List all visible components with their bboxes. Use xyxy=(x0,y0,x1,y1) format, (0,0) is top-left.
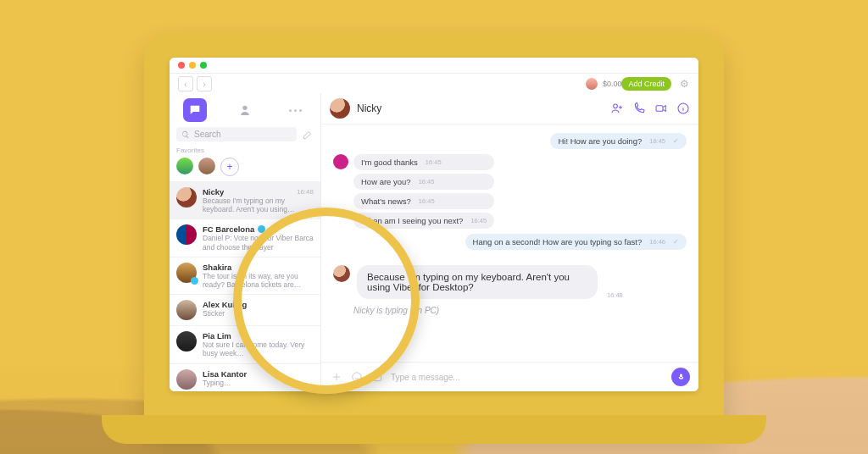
smiley-icon xyxy=(351,371,363,383)
search-icon xyxy=(181,130,190,139)
message-preview: Sticker xyxy=(203,309,314,318)
app-window: ‹ › $0.00 Add Credit ⚙ xyxy=(170,58,698,391)
outgoing-message: Hi! How are you doing? 16:45 ✓ xyxy=(550,133,687,149)
chat-list-item[interactable]: Lisa Kantor Typing… xyxy=(170,363,320,392)
voice-call-icon[interactable] xyxy=(632,102,646,115)
message-preview: The tour is on its way, are you ready? B… xyxy=(203,272,314,289)
avatar xyxy=(176,263,197,283)
svg-point-3 xyxy=(353,373,362,382)
favorites-row: + xyxy=(170,158,320,181)
conversation-pane: Nicky Hi! How are you doing? 16 xyxy=(321,93,698,391)
conversation-header: Nicky xyxy=(321,93,698,125)
window-titlebar xyxy=(170,58,698,74)
message-preview: Typing… xyxy=(203,379,314,387)
attach-button[interactable] xyxy=(330,370,343,384)
message-avatar xyxy=(333,154,348,169)
tab-contacts[interactable] xyxy=(233,98,257,122)
person-icon xyxy=(238,103,252,117)
compose-button[interactable] xyxy=(302,129,314,141)
sticker-button[interactable] xyxy=(350,370,364,384)
incoming-message: Because I'm typing on my keyboard. Aren'… xyxy=(357,265,598,299)
contact-name: Pia Lim xyxy=(203,331,231,340)
laptop-frame: ‹ › $0.00 Add Credit ⚙ xyxy=(144,34,724,432)
add-contact-icon[interactable] xyxy=(610,102,624,115)
search-placeholder: Search xyxy=(194,130,221,139)
avatar xyxy=(176,369,197,390)
svg-point-0 xyxy=(614,104,618,108)
sidebar: Search Favorites + xyxy=(170,93,321,391)
video-call-icon[interactable] xyxy=(654,102,668,115)
toolbar: ‹ › $0.00 Add Credit ⚙ xyxy=(170,74,698,95)
avatar xyxy=(176,331,197,352)
settings-gear-icon[interactable]: ⚙ xyxy=(678,78,690,90)
message-list[interactable]: Hi! How are you doing? 16:45 ✓ I'm good … xyxy=(321,125,698,362)
timestamp: 16:45 xyxy=(649,137,665,145)
svg-rect-1 xyxy=(656,106,663,112)
chat-bubble-icon xyxy=(188,103,202,117)
timestamp: 16:48 xyxy=(607,291,623,299)
timestamp: 16:48 xyxy=(297,188,314,196)
incoming-message: I'm good thanks16:45 xyxy=(353,154,494,170)
chat-list-item[interactable]: Alex Kulnlg Sticker xyxy=(170,294,320,325)
incoming-message: When am I seeing you next?16:45 xyxy=(353,213,494,229)
delivered-check-icon: ✓ xyxy=(673,137,679,145)
voice-message-button[interactable] xyxy=(671,368,690,386)
message-avatar xyxy=(333,265,350,282)
tab-chats[interactable] xyxy=(183,98,207,122)
message-preview: Not sure I can come today. Very busy wee… xyxy=(203,340,314,357)
search-input[interactable]: Search xyxy=(176,127,297,141)
message-preview: Because I'm typing on my keyboard. Aren'… xyxy=(203,197,314,213)
microphone-icon xyxy=(676,373,686,382)
verified-badge-icon xyxy=(258,225,265,233)
window-zoom-icon[interactable] xyxy=(200,62,207,69)
contact-name: Lisa Kantor xyxy=(203,369,247,379)
back-button[interactable]: ‹ xyxy=(178,76,193,91)
window-minimize-icon[interactable] xyxy=(189,62,196,69)
incoming-message: How are you?16:45 xyxy=(353,174,494,190)
verified-badge-icon xyxy=(191,277,198,285)
credit-balance[interactable]: $0.00 xyxy=(586,78,622,90)
forward-button[interactable]: › xyxy=(197,76,212,91)
outgoing-message: Hang on a second! How are you typing so … xyxy=(465,234,687,250)
avatar xyxy=(176,187,197,208)
delivered-check-icon: ✓ xyxy=(673,238,679,246)
add-credit-button[interactable]: Add Credit xyxy=(621,77,671,91)
gif-button[interactable] xyxy=(370,370,384,384)
chat-list-item[interactable]: FC Barcelona Daniel P: Vote now for Vibe… xyxy=(170,219,320,256)
message-preview: Daniel P: Vote now for Viber Barca and c… xyxy=(203,234,314,251)
contact-name: Shakira xyxy=(203,263,231,272)
favorite-contact[interactable] xyxy=(198,158,215,174)
chat-list-item[interactable]: Nicky 16:48 Because I'm typing on my key… xyxy=(170,181,320,219)
message-input[interactable]: Type a message... xyxy=(391,373,665,382)
incoming-message: What's news?16:45 xyxy=(353,193,494,209)
typing-indicator: Nicky is typing (on PC) xyxy=(353,306,687,315)
user-avatar-icon xyxy=(586,78,598,90)
favorites-label: Favorites xyxy=(170,147,320,158)
add-favorite-button[interactable]: + xyxy=(220,158,239,176)
chat-list-item[interactable]: Pia Lim Not sure I can come today. Very … xyxy=(170,325,320,363)
conversation-avatar[interactable] xyxy=(330,98,350,119)
message-composer: Type a message... xyxy=(321,362,698,391)
contact-name: Alex Kulnlg xyxy=(203,300,247,309)
avatar xyxy=(176,300,197,320)
tab-more[interactable] xyxy=(283,98,307,122)
balance-text: $0.00 xyxy=(603,80,622,88)
plus-icon xyxy=(331,371,342,383)
svg-rect-4 xyxy=(373,373,381,380)
more-icon xyxy=(289,109,302,112)
contact-name: Nicky xyxy=(203,187,224,197)
favorite-contact[interactable] xyxy=(176,158,193,174)
window-close-icon[interactable] xyxy=(178,62,185,69)
avatar xyxy=(176,224,197,245)
contact-name: FC Barcelona xyxy=(203,224,254,234)
chat-list-item[interactable]: Shakira The tour is on its way, are you … xyxy=(170,257,320,294)
note-icon xyxy=(371,371,383,383)
compose-icon xyxy=(302,129,314,141)
chat-list: Nicky 16:48 Because I'm typing on my key… xyxy=(170,181,320,391)
conversation-title: Nicky xyxy=(357,102,381,114)
info-icon[interactable] xyxy=(676,102,690,115)
